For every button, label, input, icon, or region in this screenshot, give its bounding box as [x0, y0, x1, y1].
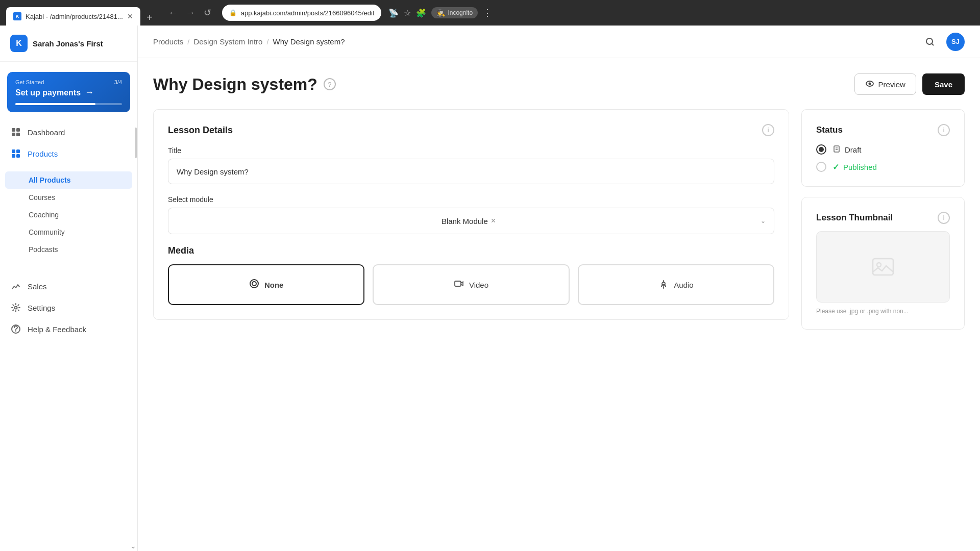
courses-label: Courses: [29, 193, 55, 202]
svg-point-13: [250, 280, 258, 288]
draft-radio[interactable]: [816, 144, 826, 155]
thumbnail-info-icon[interactable]: i: [938, 212, 950, 224]
thumbnail-hint: Please use .jpg or .png with non...: [816, 308, 950, 315]
status-option-draft[interactable]: Draft: [816, 144, 950, 155]
top-bar-actions: SJ: [921, 33, 965, 51]
sales-icon: [10, 281, 21, 292]
sidebar-item-coaching[interactable]: Coaching: [0, 206, 137, 223]
get-started-cta: Set up payments: [15, 88, 81, 97]
breadcrumb-design-system-intro[interactable]: Design System Intro: [193, 37, 262, 46]
module-tag-label: Blank Module: [442, 217, 488, 226]
none-icon: [249, 279, 259, 291]
breadcrumb: Products / Design System Intro / Why Des…: [153, 37, 915, 46]
sidebar-scroll-down[interactable]: ⌄: [129, 541, 137, 551]
address-text: app.kajabi.com/admin/posts/2166096045/ed…: [241, 9, 375, 17]
sidebar-header: K Sarah Jonas's First: [0, 26, 137, 62]
breadcrumb-sep-2: /: [266, 37, 268, 46]
help-icon: [10, 323, 21, 335]
media-option-audio[interactable]: Audio: [578, 264, 774, 305]
status-info-icon[interactable]: i: [938, 124, 950, 136]
module-tag-remove[interactable]: ×: [491, 216, 496, 226]
module-label: Select module: [168, 195, 774, 204]
settings-label: Settings: [28, 304, 55, 312]
media-option-video[interactable]: Video: [373, 264, 569, 305]
active-tab[interactable]: K Kajabi - /admin/products/21481... ✕: [6, 7, 140, 26]
svg-point-12: [868, 82, 871, 85]
lock-icon: 🔒: [229, 9, 237, 16]
all-products-label: All Products: [29, 176, 70, 184]
sidebar-item-products[interactable]: Products: [0, 143, 137, 164]
preview-button[interactable]: Preview: [854, 73, 916, 95]
thumbnail-title: Lesson Thumbnail: [816, 213, 893, 223]
draft-label: Draft: [832, 145, 862, 155]
page-title-info-icon[interactable]: ?: [324, 78, 336, 90]
browser-actions: 📡 ☆ 🧩 🕵️ Incognito ⋮: [388, 7, 492, 18]
breadcrumb-current: Why Design system?: [273, 37, 345, 46]
lesson-details-info-icon[interactable]: i: [762, 124, 774, 136]
svg-rect-4: [12, 149, 15, 153]
page-header: Why Design system? ? Preview Save: [153, 73, 965, 95]
get-started-card[interactable]: Get Started 3/4 Set up payments →: [7, 72, 130, 112]
extensions-icon[interactable]: 🧩: [416, 8, 426, 18]
svg-rect-17: [834, 146, 839, 152]
new-tab-button[interactable]: +: [141, 9, 158, 26]
search-button[interactable]: [921, 33, 939, 51]
published-radio[interactable]: [816, 162, 826, 172]
status-option-published[interactable]: ✓ Published: [816, 162, 950, 172]
forward-button[interactable]: →: [183, 6, 198, 20]
browser-nav: ← → ↺: [166, 6, 215, 20]
sidebar-item-community[interactable]: Community: [0, 223, 137, 241]
module-tag: Blank Module ×: [177, 216, 761, 226]
address-bar[interactable]: 🔒 app.kajabi.com/admin/posts/2166096045/…: [222, 5, 382, 21]
menu-icon[interactable]: ⋮: [483, 7, 492, 18]
svg-point-14: [252, 282, 256, 286]
sidebar-item-podcasts[interactable]: Podcasts: [0, 241, 137, 258]
breadcrumb-products[interactable]: Products: [153, 37, 183, 46]
sales-label: Sales: [28, 282, 47, 291]
tab-title: Kajabi - /admin/products/21481...: [26, 13, 123, 20]
incognito-button[interactable]: 🕵️ Incognito: [431, 7, 478, 18]
cast-icon: 📡: [388, 8, 399, 18]
media-label: Media: [168, 245, 774, 256]
sidebar-item-sales[interactable]: Sales: [0, 276, 137, 297]
save-button[interactable]: Save: [922, 73, 965, 95]
sidebar-item-all-products[interactable]: All Products: [5, 171, 132, 189]
sidebar-scrollbar-track[interactable]: [135, 117, 137, 551]
media-option-none[interactable]: None: [168, 264, 364, 305]
title-input[interactable]: [168, 159, 774, 184]
module-select[interactable]: Blank Module × ⌄: [168, 208, 774, 234]
preview-label: Preview: [878, 80, 905, 89]
bookmark-icon[interactable]: ☆: [404, 8, 411, 18]
module-chevron-icon: ⌄: [761, 217, 766, 224]
sidebar-item-settings[interactable]: Settings: [0, 297, 137, 318]
published-check-icon: ✓: [832, 162, 839, 172]
svg-point-8: [15, 307, 17, 309]
svg-rect-1: [16, 128, 20, 132]
reload-button[interactable]: ↺: [201, 6, 215, 20]
draft-text: Draft: [845, 145, 862, 154]
incognito-label: Incognito: [448, 9, 473, 16]
podcasts-label: Podcasts: [29, 245, 58, 254]
back-button[interactable]: ←: [166, 6, 180, 20]
main-content: Products / Design System Intro / Why Des…: [138, 26, 980, 551]
help-label: Help & Feedback: [28, 325, 86, 334]
get-started-progress-fill: [15, 103, 95, 105]
sidebar-item-dashboard[interactable]: Dashboard: [0, 121, 137, 143]
user-avatar[interactable]: SJ: [946, 33, 965, 51]
svg-rect-6: [12, 154, 15, 158]
side-panel: Status i: [801, 109, 965, 340]
sidebar-item-courses[interactable]: Courses: [0, 189, 137, 206]
get-started-progress-bar: [15, 103, 122, 105]
sidebar-item-help[interactable]: Help & Feedback: [0, 318, 137, 340]
lesson-details-card: Lesson Details i Title Select module: [153, 109, 789, 320]
tab-close-button[interactable]: ✕: [127, 12, 133, 20]
sidebar-brand-name: Sarah Jonas's First: [33, 39, 103, 48]
draft-doc-icon: [832, 145, 841, 155]
svg-rect-5: [16, 149, 20, 153]
svg-rect-3: [16, 133, 20, 136]
sidebar-nav: Dashboard Products: [0, 117, 137, 168]
community-label: Community: [29, 228, 65, 236]
thumbnail-upload-area[interactable]: [816, 231, 950, 303]
media-options: None Video: [168, 264, 774, 305]
incognito-icon: 🕵️: [436, 9, 445, 17]
